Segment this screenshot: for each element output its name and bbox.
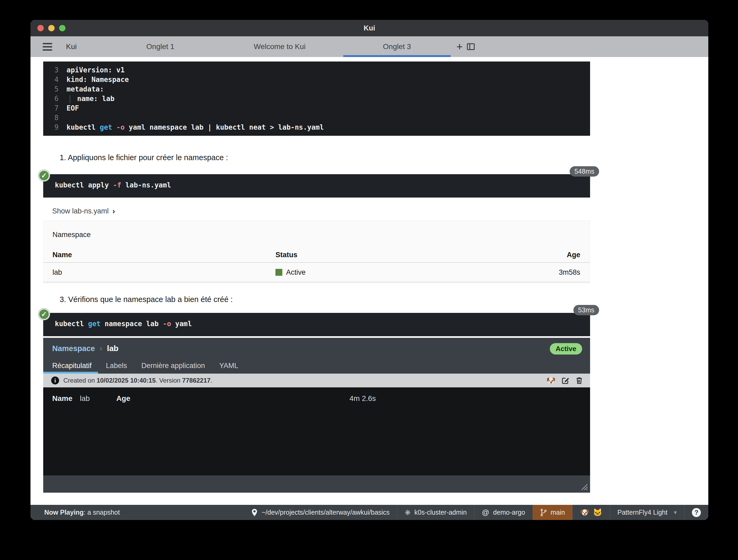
dog-emoji-toggle[interactable]: 🐶 — [580, 508, 589, 517]
split-pane-icon — [466, 42, 475, 51]
status-label: Active — [286, 268, 306, 277]
line-number: 4 — [43, 75, 59, 84]
row-status: Active — [276, 268, 539, 277]
tab-yaml[interactable]: YAML — [219, 362, 238, 373]
tab-actions: + — [451, 36, 475, 57]
now-playing-label: Now Playing — [44, 509, 84, 516]
traffic-lights — [37, 25, 65, 31]
created-version-text: Created on 10/02/2025 10:40:15. Version … — [63, 377, 212, 384]
kui-window: Kui Kui Onglet 1 Welcome to Kui Onglet 3… — [30, 20, 708, 520]
app-menu-label: Kui — [66, 42, 77, 51]
hamburger-menu-icon[interactable] — [43, 43, 52, 51]
code-line: 4kind: Namespace — [43, 75, 590, 84]
emoji-segment: 🐶 🐱 — [572, 505, 610, 520]
code-text: kubectl get -o yaml namespace lab | kube… — [66, 122, 324, 132]
sidecar-footer — [43, 476, 590, 493]
window-title: Kui — [364, 24, 375, 32]
split-pane-button[interactable] — [466, 42, 475, 51]
command-success-check-icon: ✓ — [38, 309, 50, 320]
code-line: 5metadata: — [43, 84, 590, 94]
kube-namespace-segment[interactable]: @ demo-argo — [474, 505, 532, 520]
command-success-check-icon: ✓ — [38, 170, 50, 181]
code-line: 3apiVersion: v1 — [43, 65, 590, 75]
code-text: name: lab — [66, 94, 114, 103]
line-number: 5 — [43, 84, 59, 94]
table-header-name: Name — [52, 251, 276, 259]
code-line: 9kubectl get -o yaml namespace lab | kub… — [43, 122, 590, 132]
now-playing-value: : a snapshot — [84, 509, 120, 516]
show-yaml-link[interactable]: Show lab-ns.yaml › — [43, 206, 590, 216]
sidecar-toolbar: i Created on 10/02/2025 10:40:15. Versio… — [43, 373, 590, 387]
line-number: 7 — [43, 103, 59, 113]
command-text: kubectl apply -f lab-ns.yaml — [55, 181, 171, 189]
tab-labels[interactable]: Labels — [106, 362, 127, 373]
step-heading-1: 1. Appliquons le fichier pour créer le n… — [43, 153, 590, 163]
scrollback: 3apiVersion: v1 4kind: Namespace 5metada… — [30, 57, 708, 505]
step-heading-3: 3. Vérifions que le namespace lab a bien… — [43, 295, 590, 305]
dog-emoji-icon[interactable]: 🐶 — [546, 376, 556, 385]
code-line: 6name: lab — [43, 94, 590, 103]
location-pin-icon — [251, 509, 258, 517]
table-row[interactable]: lab Active 3m58s — [43, 263, 590, 282]
tab-onglet-1[interactable]: Onglet 1 — [105, 36, 216, 57]
table-header-status: Status — [276, 251, 539, 259]
close-window-button[interactable] — [37, 25, 44, 31]
now-playing: Now Playing: a snapshot — [30, 505, 120, 520]
code-block[interactable]: 3apiVersion: v1 4kind: Namespace 5metada… — [43, 61, 590, 136]
tab-recapitulatif[interactable]: Récapitulatif — [52, 362, 92, 373]
tab-bar: Kui Onglet 1 Welcome to Kui Onglet 3 + — [30, 36, 708, 57]
help-question-icon: ? — [692, 508, 701, 517]
kube-context-segment[interactable]: ⎈ k0s-cluster-admin — [397, 505, 474, 520]
summary-name-value: lab — [80, 394, 90, 403]
resize-handle-icon[interactable] — [578, 481, 589, 491]
minimize-window-button[interactable] — [48, 25, 55, 31]
tab-derniere-application[interactable]: Dernière application — [141, 362, 205, 373]
status-green-square-icon — [276, 269, 282, 276]
cwd-segment[interactable]: ~/dev/projects/clients/alterway/awkui/ba… — [244, 505, 397, 520]
resource-version: 77862217 — [182, 377, 211, 384]
code-line: 8 — [43, 113, 590, 122]
git-branch-icon — [540, 509, 547, 517]
line-number: 3 — [43, 65, 59, 75]
cat-emoji-toggle[interactable]: 🐱 — [593, 508, 602, 517]
theme-label: PatternFly4 Light — [617, 509, 668, 516]
command-block-apply[interactable]: ✓ 548ms kubectl apply -f lab-ns.yaml — [43, 174, 590, 198]
command-block-get[interactable]: ✓ 53ms kubectl get namespace lab -o yaml — [43, 313, 590, 336]
sidecar-toolbar-icons: 🐶 — [546, 376, 583, 385]
at-icon: @ — [482, 508, 489, 517]
namespace-table-card: Namespace Name Status Age lab Active 3m5… — [43, 220, 590, 283]
breadcrumb-chevron-icon: › — [100, 344, 102, 353]
created-timestamp: 10/02/2025 10:40:15 — [96, 377, 155, 384]
duration-badge: 53ms — [574, 305, 599, 315]
kube-context-label: k0s-cluster-admin — [414, 509, 466, 516]
git-branch-label: main — [550, 509, 565, 516]
edit-icon[interactable] — [562, 376, 570, 384]
breadcrumb-resource-name: lab — [107, 344, 118, 353]
tab-welcome-to-kui[interactable]: Welcome to Kui — [216, 36, 343, 57]
summary-age-label: Age — [116, 394, 130, 403]
sidecar-panel: Namespace › lab Active Récapitulatif Lab… — [43, 338, 590, 493]
breadcrumb-kind[interactable]: Namespace — [52, 344, 95, 353]
zoom-window-button[interactable] — [59, 25, 65, 31]
code-text: apiVersion: v1 — [66, 65, 124, 75]
new-tab-button[interactable]: + — [456, 41, 462, 52]
trash-icon[interactable] — [575, 376, 583, 384]
row-name[interactable]: lab — [52, 268, 276, 277]
help-segment[interactable]: ? — [684, 505, 708, 520]
menu-zone: Kui — [30, 36, 105, 57]
theme-selector[interactable]: PatternFly4 Light ▾ — [610, 505, 684, 520]
title-bar: Kui — [30, 20, 708, 36]
git-branch-segment[interactable]: main — [532, 505, 572, 520]
breadcrumb: Namespace › lab — [52, 344, 118, 353]
row-age: 3m58s — [539, 268, 590, 277]
tab-onglet-3[interactable]: Onglet 3 — [343, 36, 451, 57]
show-yaml-label: Show lab-ns.yaml — [52, 207, 109, 215]
chevron-right-icon: › — [112, 207, 115, 216]
line-number: 8 — [43, 113, 59, 122]
table-caption: Namespace — [43, 221, 590, 239]
code-text: EOF — [66, 103, 79, 113]
table-header-row: Name Status Age — [43, 247, 590, 263]
info-icon: i — [51, 376, 59, 384]
sidecar-body: Name lab Age 4m 2.6s — [43, 387, 590, 476]
status-badge: Active — [550, 343, 582, 354]
